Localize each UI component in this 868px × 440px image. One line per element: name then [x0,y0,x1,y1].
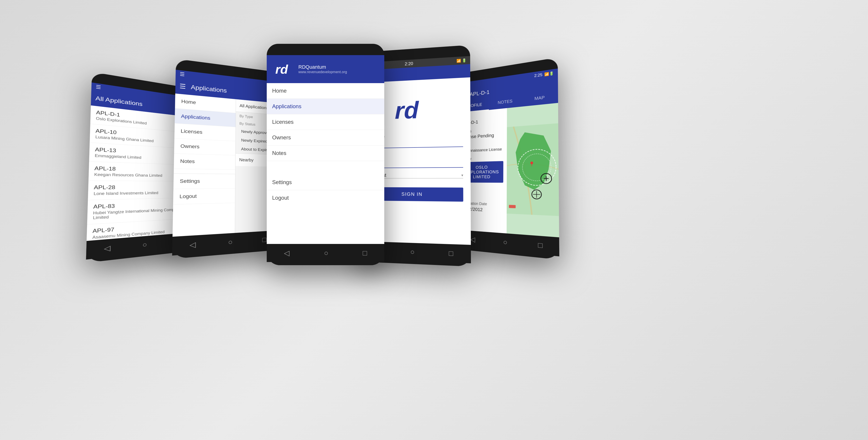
menu-icon-2[interactable]: ☰ [180,71,185,78]
menu-icon-1[interactable]: ☰ [96,84,101,90]
svg-line-8 [533,194,540,195]
menu-home[interactable]: Home [267,83,384,99]
status-time-profile: 2:25 [534,72,542,78]
page-title-2: Applications [191,83,227,94]
back-button-3[interactable]: ◁ [284,249,289,257]
login-logo: rd [393,92,432,123]
hamburger-icon-2[interactable]: ☰ [180,82,186,90]
page-title-1: All Applications [95,95,143,107]
svg-text:rd: rd [275,62,288,75]
recent-button-4[interactable]: □ [449,249,453,258]
home-button-1[interactable]: ○ [143,241,147,249]
home-button-5[interactable]: ○ [503,238,507,246]
branding-menu: Home Applications Licenses Owners Notes … [267,83,384,244]
home-button-2[interactable]: ○ [228,238,232,246]
status-time-login: 2:20 [405,61,413,66]
menu-applications-active[interactable]: Applications [267,99,384,114]
phone-applications-menu: ☰ 🔋 ☰ Applications Home Applications Lic… [172,59,280,259]
svg-rect-14 [509,205,516,208]
home-button-3[interactable]: ○ [324,249,328,257]
phone-notch-3 [305,47,346,55]
rd-logo-svg: rd [274,62,292,75]
phone-profile: ☰ 2:25 📶🔋 ← APL-D-1 PROFILE NOTES MAP [457,57,559,260]
back-button-2[interactable]: ◁ [189,240,196,249]
chevron-down-icon: ▾ [461,173,463,177]
recent-button-2[interactable]: □ [262,236,266,244]
map-svg [506,103,559,237]
menu-logout[interactable]: Logout [267,190,384,206]
brand-text: RDQuantum www.revenuedevelopment.org [298,64,347,74]
nav-layout: Home Applications Licenses Owners Notes … [173,94,280,237]
map-panel [506,103,559,237]
nav-owners[interactable]: Owners [174,138,236,156]
profile-title: APL-D-1 [470,89,490,98]
nav-settings[interactable]: Settings [174,173,235,189]
brand-header: rd RDQuantum www.revenuedevelopment.org [267,55,384,83]
menu-settings[interactable]: Settings [267,175,384,190]
svg-text:rd: rd [395,96,419,122]
login-logo-svg: rd [393,92,432,122]
profile-content: Code APL-D-1 Status License Pending Type… [458,103,559,237]
brand-logo-area: rd RDQuantum www.revenuedevelopment.org [272,60,347,78]
nav-logout[interactable]: Logout [173,189,235,204]
rd-logo-box: rd [272,60,295,78]
nav-bar-3: ◁ ○ □ [267,244,384,262]
back-button-5[interactable]: ◁ [470,235,475,243]
nav-notes[interactable]: Notes [174,154,235,170]
recent-button-5[interactable]: □ [538,241,543,250]
menu-notes[interactable]: Notes [267,145,384,161]
status-icons-profile: 📶🔋 [544,71,554,76]
back-button-1[interactable]: ◁ [104,244,111,253]
brand-url: www.revenuedevelopment.org [298,70,347,74]
left-nav: Home Applications Licenses Owners Notes … [173,94,236,237]
menu-licenses[interactable]: Licenses [267,114,384,130]
phone-branding: rd RDQuantum www.revenuedevelopment.org … [267,44,384,265]
home-button-4[interactable]: ○ [410,247,414,256]
app-scene: ☰ ▲▲▲ 🔋 All Applications 🔍 APL-D-1 Oslo … [72,39,796,401]
status-icons-login: 📶 🔋 [456,58,467,63]
menu-owners[interactable]: Owners [267,130,384,145]
recent-button-3[interactable]: □ [363,249,367,257]
brand-name: RDQuantum [298,64,347,70]
